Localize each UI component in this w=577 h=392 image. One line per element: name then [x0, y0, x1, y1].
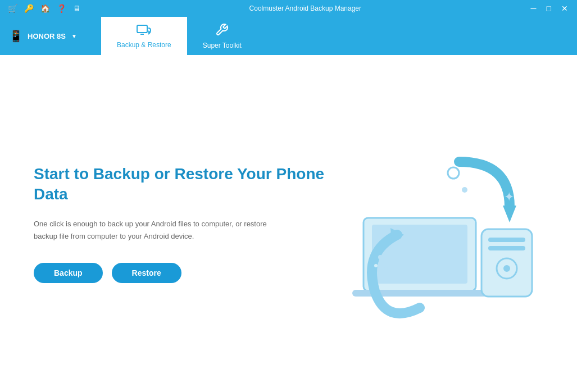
window-controls: ─ □ ✕ — [528, 3, 571, 14]
main-heading: Start to Backup or Restore Your Phone Da… — [34, 164, 326, 205]
svg-marker-11 — [503, 206, 516, 222]
svg-rect-0 — [137, 25, 147, 33]
cart-icon[interactable]: 🛒 — [6, 3, 20, 14]
svg-rect-4 — [372, 225, 467, 284]
app-title: Coolmuster Android Backup Manager — [83, 4, 528, 12]
title-bar-left-icons: 🛒 🔑 🏠 ❓ 🖥 — [6, 3, 83, 14]
backup-restore-tab-icon — [136, 24, 152, 39]
close-button[interactable]: ✕ — [558, 3, 571, 14]
svg-text:✦: ✦ — [504, 190, 514, 204]
svg-point-18 — [384, 267, 388, 270]
left-content: Start to Backup or Restore Your Phone Da… — [34, 164, 326, 284]
device-name: HONOR 8S — [28, 32, 66, 40]
svg-rect-7 — [488, 238, 525, 242]
action-buttons: Backup Restore — [34, 263, 326, 283]
maximize-button[interactable]: □ — [543, 3, 555, 14]
backup-button[interactable]: Backup — [34, 263, 103, 283]
main-content: Start to Backup or Restore Your Phone Da… — [0, 55, 577, 392]
tab-super-toolkit-label: Super Toolkit — [203, 42, 242, 49]
svg-point-14 — [462, 187, 467, 193]
svg-rect-8 — [488, 246, 525, 250]
main-description: One click is enough to back up your Andr… — [34, 218, 281, 243]
dropdown-arrow-icon[interactable]: ▼ — [71, 33, 77, 39]
svg-point-17 — [374, 264, 378, 267]
nav-tabs: Backup & Restore Super Toolkit — [101, 17, 257, 55]
title-bar: 🛒 🔑 🏠 ❓ 🖥 Coolmuster Android Backup Mana… — [0, 0, 577, 17]
svg-point-16 — [378, 255, 383, 259]
svg-point-13 — [448, 167, 459, 179]
home-icon[interactable]: 🏠 — [38, 3, 52, 14]
restore-button[interactable]: Restore — [112, 263, 181, 283]
key-icon[interactable]: 🔑 — [22, 3, 36, 14]
phone-icon: 📱 — [9, 29, 23, 43]
minimize-button[interactable]: ─ — [528, 3, 540, 14]
svg-point-10 — [503, 265, 510, 272]
nav-bar: 📱 HONOR 8S ▼ Backup & Restore — [0, 17, 577, 55]
tab-backup-restore[interactable]: Backup & Restore — [101, 17, 187, 55]
help-icon[interactable]: ❓ — [54, 3, 69, 14]
device-info: 📱 HONOR 8S ▼ — [0, 17, 101, 55]
tab-backup-restore-label: Backup & Restore — [117, 41, 171, 49]
super-toolkit-tab-icon — [215, 23, 229, 39]
tab-super-toolkit[interactable]: Super Toolkit — [187, 17, 257, 55]
monitor-icon[interactable]: 🖥 — [71, 3, 83, 14]
backup-restore-illustration: ✦ — [330, 117, 543, 330]
